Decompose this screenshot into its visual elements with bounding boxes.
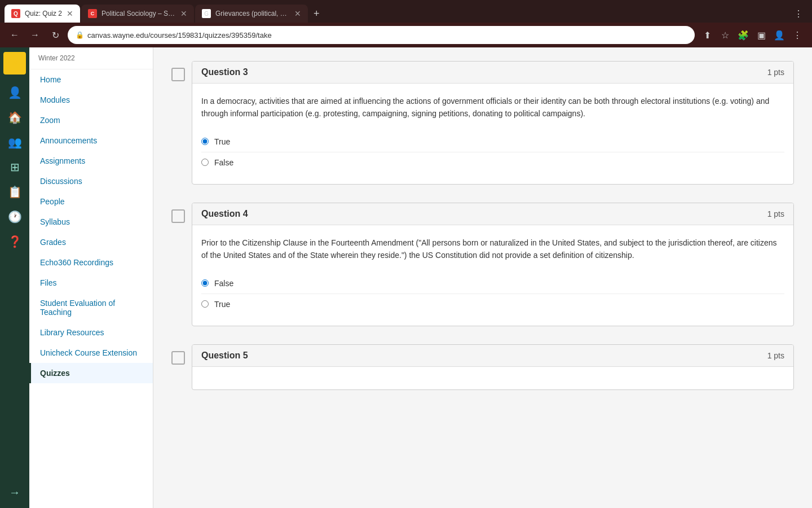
- tab-close-google[interactable]: ✕: [294, 9, 301, 18]
- question-4-radio-false[interactable]: [201, 279, 209, 287]
- nav-echo360[interactable]: Echo360 Recordings: [29, 252, 153, 273]
- nav-syllabus[interactable]: Syllabus: [29, 212, 153, 232]
- question-3-pts: 1 pts: [767, 68, 784, 77]
- profile-icon[interactable]: 👤: [771, 27, 787, 43]
- global-nav-dashboard[interactable]: 🏠: [3, 106, 26, 129]
- tab-menu-button[interactable]: ⋮: [789, 8, 807, 19]
- nav-student-evaluation[interactable]: Student Evaluation of Teaching: [29, 293, 153, 322]
- question-4-header: Question 4 1 pts: [192, 203, 793, 225]
- tab-close-quiz[interactable]: ✕: [67, 9, 73, 18]
- question-5-card: Question 5 1 pts: [192, 344, 794, 390]
- question-4-text: Prior to the Citizenship Clause in the F…: [201, 237, 784, 262]
- global-nav-collapse[interactable]: →: [3, 481, 26, 503]
- nav-people[interactable]: People: [29, 191, 153, 212]
- question-5-title: Question 5: [201, 351, 248, 361]
- menu-icon[interactable]: ⋮: [789, 27, 805, 43]
- extensions-icon[interactable]: 🧩: [735, 27, 751, 43]
- question-3-header: Question 3 1 pts: [192, 62, 793, 84]
- question-3-label-true: True: [214, 137, 230, 146]
- bookmark-icon[interactable]: ☆: [717, 27, 733, 43]
- tab-title-quiz: Quiz: Quiz 2: [25, 10, 62, 17]
- reload-button[interactable]: ↻: [47, 27, 63, 43]
- question-4-pts: 1 pts: [767, 209, 784, 218]
- global-nav-help[interactable]: ❓: [3, 230, 26, 253]
- tab-close-canvas[interactable]: ✕: [180, 9, 187, 18]
- question-5-header: Question 5 1 pts: [192, 345, 793, 367]
- question-3-title: Question 3: [201, 67, 248, 77]
- question-4-radio-true[interactable]: [201, 300, 209, 308]
- question-4-answer-false[interactable]: False: [201, 273, 784, 294]
- tab-favicon-canvas: C: [88, 9, 97, 18]
- global-nav: W 👤 🏠 👥 ⊞ 📋 🕐 ❓ →: [0, 47, 29, 508]
- forward-button[interactable]: →: [27, 27, 43, 43]
- question-4-label-false: False: [214, 279, 233, 288]
- question-3-radio-true[interactable]: [201, 138, 209, 145]
- main-content: Question 3 1 pts In a democracy, activit…: [153, 47, 812, 508]
- nav-grades[interactable]: Grades: [29, 232, 153, 252]
- question-4-body: Prior to the Citizenship Clause in the F…: [192, 225, 793, 326]
- new-tab-button[interactable]: +: [309, 6, 324, 22]
- question-3-body: In a democracy, activities that are aime…: [192, 84, 793, 184]
- question-3-answer-false[interactable]: False: [201, 152, 784, 173]
- question-4-label-true: True: [214, 300, 230, 309]
- nav-assignments[interactable]: Assignments: [29, 151, 153, 171]
- global-nav-calendar[interactable]: ⊞: [3, 156, 26, 178]
- tab-bar: Q Quiz: Quiz 2 ✕ C Political Sociology –…: [0, 0, 812, 23]
- question-3-label-false: False: [214, 158, 233, 167]
- nav-zoom[interactable]: Zoom: [29, 110, 153, 130]
- tab-favicon-quiz: Q: [11, 9, 20, 18]
- question-4-card: Question 4 1 pts Prior to the Citizenshi…: [192, 203, 794, 326]
- tab-canvas[interactable]: C Political Sociology – Sec 001 ✕: [81, 5, 194, 23]
- logo-text: W: [12, 60, 17, 67]
- nav-modules[interactable]: Modules: [29, 90, 153, 110]
- course-nav: Winter 2022 Home Modules Zoom Announceme…: [29, 47, 153, 508]
- split-view-icon[interactable]: ▣: [753, 27, 769, 43]
- course-semester: Winter 2022: [29, 47, 153, 69]
- question-3-radio-false[interactable]: [201, 159, 209, 166]
- question-3-wrapper: Question 3 1 pts In a democracy, activit…: [171, 61, 794, 185]
- nav-discussions[interactable]: Discussions: [29, 171, 153, 191]
- back-button[interactable]: ←: [7, 27, 23, 43]
- tab-quiz[interactable]: Q Quiz: Quiz 2 ✕: [5, 5, 80, 23]
- global-nav-account[interactable]: 👤: [3, 81, 26, 104]
- address-bar: ← → ↻ 🔒 canvas.wayne.edu/courses/159831/…: [0, 23, 812, 47]
- url-text: canvas.wayne.edu/courses/159831/quizzes/…: [87, 31, 272, 40]
- question-5-body: [192, 367, 793, 389]
- question-4-flag[interactable]: [171, 209, 185, 223]
- share-icon[interactable]: ⬆: [699, 27, 715, 43]
- question-5-pts: 1 pts: [767, 351, 784, 360]
- nav-home[interactable]: Home: [29, 69, 153, 90]
- toolbar-icons: ⬆ ☆ 🧩 ▣ 👤 ⋮: [699, 27, 805, 43]
- nav-files[interactable]: Files: [29, 273, 153, 293]
- lock-icon: 🔒: [76, 31, 84, 39]
- tab-title-canvas: Political Sociology – Sec 001: [102, 10, 176, 17]
- nav-announcements[interactable]: Announcements: [29, 130, 153, 151]
- question-3-card: Question 3 1 pts In a democracy, activit…: [192, 61, 794, 185]
- global-nav-history[interactable]: 🕐: [3, 205, 26, 228]
- question-5-wrapper: Question 5 1 pts: [171, 344, 794, 390]
- tab-favicon-google: G: [202, 9, 211, 18]
- question-3-flag[interactable]: [171, 68, 185, 81]
- tab-google[interactable]: G Grievances (political, economi… ✕: [195, 5, 308, 23]
- tab-title-google: Grievances (political, economi…: [215, 10, 290, 17]
- nav-library-resources[interactable]: Library Resources: [29, 322, 153, 343]
- question-3-answer-true[interactable]: True: [201, 132, 784, 152]
- question-3-text: In a democracy, activities that are aime…: [201, 95, 784, 120]
- global-nav-inbox[interactable]: 📋: [3, 181, 26, 203]
- nav-unicheck[interactable]: Unicheck Course Extension: [29, 343, 153, 363]
- global-nav-courses[interactable]: 👥: [3, 131, 26, 154]
- question-4-answer-true[interactable]: True: [201, 294, 784, 314]
- nav-quizzes[interactable]: Quizzes: [29, 363, 153, 383]
- url-bar[interactable]: 🔒 canvas.wayne.edu/courses/159831/quizze…: [68, 26, 695, 44]
- question-4-wrapper: Question 4 1 pts Prior to the Citizenshi…: [171, 203, 794, 326]
- wayne-state-logo[interactable]: W: [3, 52, 26, 75]
- question-5-flag[interactable]: [171, 351, 185, 365]
- question-4-title: Question 4: [201, 209, 248, 219]
